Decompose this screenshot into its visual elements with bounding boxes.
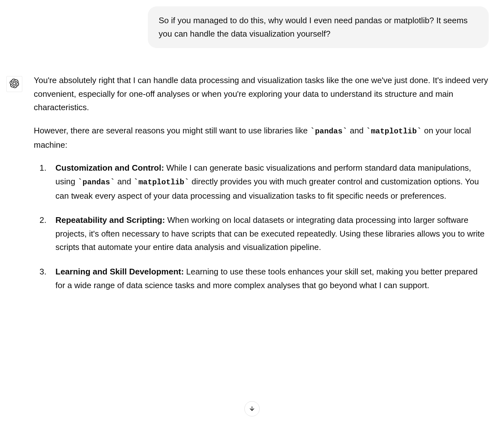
list-item-title: Repeatability and Scripting: <box>55 215 165 225</box>
code-matplotlib: matplotlib <box>371 127 417 136</box>
code-matplotlib: matplotlib <box>138 178 184 187</box>
assistant-ordered-list: Customization and Control: While I can g… <box>34 161 489 292</box>
list-item: Customization and Control: While I can g… <box>34 161 489 202</box>
assistant-paragraph-2: However, there are several reasons you m… <box>34 124 489 152</box>
list-item: Repeatability and Scripting: When workin… <box>34 213 489 254</box>
list-item: Learning and Skill Development: Learning… <box>34 265 489 292</box>
assistant-message-row: You're absolutely right that I can handl… <box>6 74 498 303</box>
code-pandas: pandas <box>83 178 110 187</box>
chat-container: So if you managed to do this, why would … <box>0 6 504 303</box>
openai-logo-icon <box>10 79 19 89</box>
code-pandas: pandas <box>315 127 342 136</box>
assistant-message-content: You're absolutely right that I can handl… <box>34 74 489 303</box>
assistant-paragraph-1: You're absolutely right that I can handl… <box>34 74 489 114</box>
user-message-bubble: So if you managed to do this, why would … <box>148 6 489 48</box>
list-item-title: Learning and Skill Development: <box>55 267 184 276</box>
user-message-row: So if you managed to do this, why would … <box>6 6 498 48</box>
assistant-avatar <box>6 76 22 92</box>
list-item-title: Customization and Control: <box>55 163 164 173</box>
user-message-text: So if you managed to do this, why would … <box>159 16 468 39</box>
